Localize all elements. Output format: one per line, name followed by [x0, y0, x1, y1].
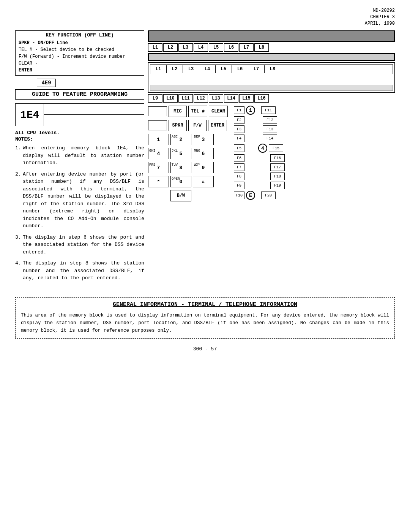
note-item-1: 1. When entering memory block 1E4, the d… — [15, 144, 144, 167]
f13-btn[interactable]: F13 — [263, 125, 277, 133]
l1-btn-top[interactable]: L1 — [148, 43, 162, 52]
note-item-2: 2. After entering device number by port … — [15, 171, 144, 230]
f4-indicator: F4 — [234, 135, 244, 142]
display-dashes: _ _ _ — [15, 80, 34, 86]
cpu-levels: All CPU levels. — [15, 130, 144, 136]
key-hash[interactable]: # — [193, 176, 214, 187]
f19-btn[interactable]: F19 — [270, 182, 285, 189]
general-info-title: GENERAL INFORMATION - TERMINAL / TELEPHO… — [21, 301, 389, 308]
l14-btn[interactable]: L14 — [224, 94, 238, 103]
key-6[interactable]: MNO 6 — [193, 148, 214, 159]
kf-item-4: ENTER — [19, 67, 141, 74]
kf-item-1: TEL # - Select device to be checked — [19, 46, 141, 53]
key-function-box: KEY FUNCTION (OFF LINE) SPKR - ON/OFF Li… — [15, 30, 144, 76]
l8-btn-mid[interactable]: L8 — [265, 65, 280, 73]
kp-row-5: PRS 7 TUV 8 WXY 9 — [148, 162, 232, 173]
code-box-cell-2a — [44, 115, 94, 126]
key-8[interactable]: TUV 8 — [170, 162, 191, 173]
l9-btn[interactable]: L9 — [148, 94, 162, 103]
kp-left-section: MIC TEL # CLEAR SPKR F/W — [148, 106, 232, 203]
main-content: KEY FUNCTION (OFF LINE) SPKR - ON/OFF Li… — [15, 30, 395, 286]
l6-btn-top[interactable]: L6 — [224, 43, 238, 52]
l13-btn[interactable]: L13 — [209, 94, 223, 103]
enter-key[interactable]: ENTER — [208, 120, 227, 131]
l16-btn[interactable]: L16 — [254, 94, 269, 103]
f17-btn[interactable]: F17 — [270, 163, 285, 171]
header-line2: CHAPTER 3 — [15, 14, 395, 21]
bw-key[interactable]: B/W — [170, 190, 191, 201]
key-5[interactable]: JKL 5 — [170, 148, 191, 159]
l10-btn[interactable]: L10 — [163, 94, 178, 103]
keypad-wrapper: MIC TEL # CLEAR SPKR F/W — [148, 106, 395, 203]
code-box-area: 1E4 — [15, 103, 144, 126]
kp-blank-1 — [148, 106, 167, 116]
kf-item-3: CLEAR - — [19, 60, 141, 67]
l4-btn-mid[interactable]: L4 — [200, 65, 214, 73]
f9-row: F9 F19 — [234, 182, 285, 189]
f8-indicator: F8 — [234, 173, 244, 180]
notes-section: All CPU levels. NOTES: 1. When entering … — [15, 130, 144, 282]
l-buttons-row-ext: L9 L10 L11 L12 L13 L14 L15 L16 — [148, 94, 395, 103]
display-value: 4E9 — [37, 79, 56, 87]
key-7[interactable]: PRS 7 — [148, 162, 169, 173]
second-l-section: L1 L2 L3 L4 L5 L6 L7 L8 — [148, 62, 395, 93]
l11-btn[interactable]: L11 — [178, 94, 193, 103]
key-2[interactable]: ABC 2 — [170, 134, 191, 145]
f20-btn[interactable]: F20 — [261, 192, 276, 199]
display-screen-light — [148, 53, 395, 61]
circle-e: E — [246, 191, 255, 200]
l15-btn[interactable]: L15 — [239, 94, 254, 103]
l2-btn-mid[interactable]: L2 — [167, 65, 182, 73]
key-9[interactable]: WXY 9 — [193, 162, 214, 173]
l7-btn-mid[interactable]: L7 — [249, 65, 263, 73]
display-screen-top — [148, 30, 395, 42]
code-box-row-2 — [44, 115, 144, 126]
spkr-key[interactable]: SPKR — [169, 120, 187, 131]
note-text-2: After entering device number by port (or… — [23, 171, 144, 230]
key-3[interactable]: DEF 3 — [193, 134, 214, 145]
key-4[interactable]: GHI 4 — [148, 148, 169, 159]
note-item-3: 3. The display in step 6 shows the port … — [15, 234, 144, 256]
key-1[interactable]: 1 — [148, 134, 169, 145]
right-panel: L1 L2 L3 L4 L5 L6 L7 L8 L1 L2 L3 L4 — [148, 30, 395, 286]
l7-btn-top[interactable]: L7 — [239, 43, 254, 52]
l5-btn-mid[interactable]: L5 — [216, 65, 231, 73]
page-header: ND-20292 CHAPTER 3 APRIL, 1990 — [15, 8, 395, 27]
l-buttons-row-mid: L1 L2 L3 L4 L5 L6 L7 L8 — [150, 64, 393, 74]
tel-key[interactable]: TEL # — [188, 106, 207, 117]
l3-btn-mid[interactable]: L3 — [184, 65, 198, 73]
f2-indicator: F2 — [234, 116, 244, 124]
l4-btn-top[interactable]: L4 — [194, 43, 208, 52]
key-star[interactable]: * — [148, 176, 169, 187]
l6-btn-mid[interactable]: L6 — [233, 65, 247, 73]
circle-4: 4 — [258, 144, 267, 153]
l3-btn-top[interactable]: L3 — [178, 43, 193, 52]
f10-indicator: F10 — [234, 192, 244, 199]
l8-btn-top[interactable]: L8 — [254, 43, 269, 52]
f18-btn[interactable]: F18 — [270, 173, 285, 180]
bw-blank — [148, 191, 169, 201]
f14-btn[interactable]: F14 — [263, 135, 277, 142]
kf-item-0: SPKR - ON/OFF Line — [19, 40, 141, 46]
f11-btn[interactable]: F11 — [261, 106, 276, 114]
l1-btn-mid[interactable]: L1 — [151, 65, 166, 73]
key-0[interactable]: OPER 0 — [170, 176, 191, 187]
f16-btn[interactable]: F16 — [270, 154, 285, 162]
code-box-cell-2b — [94, 115, 144, 126]
fw-key[interactable]: F/W — [188, 120, 207, 131]
mic-key[interactable]: MIC — [169, 106, 187, 117]
l2-btn-top[interactable]: L2 — [163, 43, 178, 52]
l-buttons-row-top: L1 L2 L3 L4 L5 L6 L7 L8 — [148, 43, 395, 52]
code-box-cell-1b — [94, 104, 144, 115]
note-num-2: 2. — [15, 171, 23, 230]
header-line1: ND-20292 — [15, 8, 395, 14]
l12-btn[interactable]: L12 — [194, 94, 208, 103]
code-box-cell-1a — [44, 104, 94, 115]
l5-btn-top[interactable]: L5 — [209, 43, 223, 52]
note-text-3: The display in step 6 shows the port and… — [23, 234, 144, 256]
note-num-4: 4. — [15, 260, 23, 282]
code-box-row-1 — [44, 104, 144, 115]
clear-key[interactable]: CLEAR — [209, 106, 228, 117]
f12-btn[interactable]: F12 — [263, 116, 277, 124]
f15-btn[interactable]: F15 — [269, 144, 283, 152]
